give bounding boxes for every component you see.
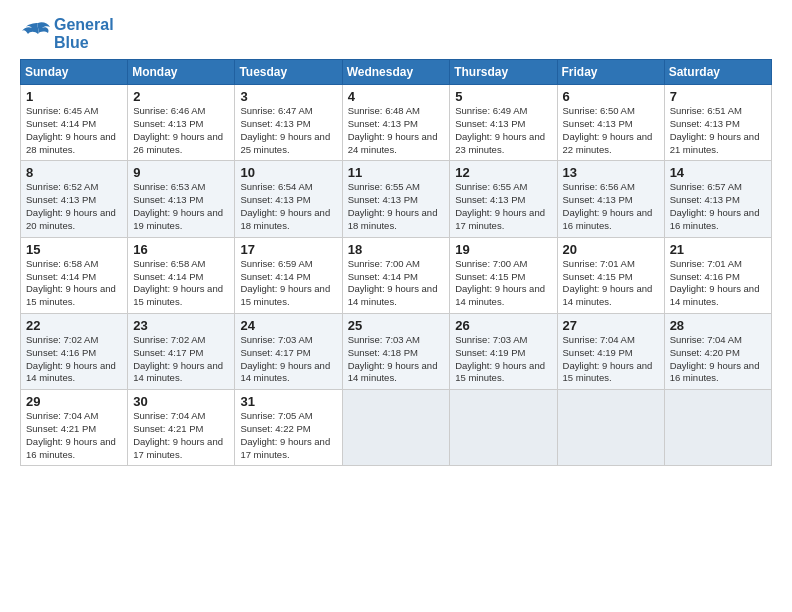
cell-info: Sunrise: 6:51 AMSunset: 4:13 PMDaylight:… (670, 105, 766, 156)
cell-info: Sunrise: 7:03 AMSunset: 4:17 PMDaylight:… (240, 334, 336, 385)
cell-info: Sunrise: 6:58 AMSunset: 4:14 PMDaylight:… (133, 258, 229, 309)
day-number: 7 (670, 89, 766, 104)
day-number: 26 (455, 318, 551, 333)
cell-info: Sunrise: 7:01 AMSunset: 4:15 PMDaylight:… (563, 258, 659, 309)
table-row: 12Sunrise: 6:55 AMSunset: 4:13 PMDayligh… (450, 161, 557, 237)
day-number: 11 (348, 165, 445, 180)
table-row: 24Sunrise: 7:03 AMSunset: 4:17 PMDayligh… (235, 313, 342, 389)
day-number: 22 (26, 318, 122, 333)
table-row: 20Sunrise: 7:01 AMSunset: 4:15 PMDayligh… (557, 237, 664, 313)
cell-info: Sunrise: 6:54 AMSunset: 4:13 PMDaylight:… (240, 181, 336, 232)
cell-info: Sunrise: 6:47 AMSunset: 4:13 PMDaylight:… (240, 105, 336, 156)
table-row: 11Sunrise: 6:55 AMSunset: 4:13 PMDayligh… (342, 161, 450, 237)
col-tuesday: Tuesday (235, 60, 342, 85)
day-number: 18 (348, 242, 445, 257)
table-row: 19Sunrise: 7:00 AMSunset: 4:15 PMDayligh… (450, 237, 557, 313)
cell-info: Sunrise: 6:55 AMSunset: 4:13 PMDaylight:… (348, 181, 445, 232)
day-number: 3 (240, 89, 336, 104)
cell-info: Sunrise: 7:04 AMSunset: 4:20 PMDaylight:… (670, 334, 766, 385)
cell-info: Sunrise: 6:48 AMSunset: 4:13 PMDaylight:… (348, 105, 445, 156)
calendar: Sunday Monday Tuesday Wednesday Thursday… (20, 59, 772, 466)
day-number: 23 (133, 318, 229, 333)
logo-general-text: General (54, 16, 114, 34)
table-row: 22Sunrise: 7:02 AMSunset: 4:16 PMDayligh… (21, 313, 128, 389)
col-saturday: Saturday (664, 60, 771, 85)
day-number: 17 (240, 242, 336, 257)
cell-info: Sunrise: 7:00 AMSunset: 4:15 PMDaylight:… (455, 258, 551, 309)
cell-info: Sunrise: 6:46 AMSunset: 4:13 PMDaylight:… (133, 105, 229, 156)
cell-info: Sunrise: 6:57 AMSunset: 4:13 PMDaylight:… (670, 181, 766, 232)
day-number: 29 (26, 394, 122, 409)
cell-info: Sunrise: 7:03 AMSunset: 4:19 PMDaylight:… (455, 334, 551, 385)
day-number: 27 (563, 318, 659, 333)
calendar-week-row: 8Sunrise: 6:52 AMSunset: 4:13 PMDaylight… (21, 161, 772, 237)
table-row: 10Sunrise: 6:54 AMSunset: 4:13 PMDayligh… (235, 161, 342, 237)
cell-info: Sunrise: 7:01 AMSunset: 4:16 PMDaylight:… (670, 258, 766, 309)
day-number: 21 (670, 242, 766, 257)
cell-info: Sunrise: 7:00 AMSunset: 4:14 PMDaylight:… (348, 258, 445, 309)
logo-bird-icon (20, 21, 52, 47)
calendar-week-row: 15Sunrise: 6:58 AMSunset: 4:14 PMDayligh… (21, 237, 772, 313)
cell-info: Sunrise: 7:03 AMSunset: 4:18 PMDaylight:… (348, 334, 445, 385)
table-row: 7Sunrise: 6:51 AMSunset: 4:13 PMDaylight… (664, 85, 771, 161)
day-number: 19 (455, 242, 551, 257)
day-number: 14 (670, 165, 766, 180)
day-number: 4 (348, 89, 445, 104)
table-row: 23Sunrise: 7:02 AMSunset: 4:17 PMDayligh… (128, 313, 235, 389)
header: General Blue (20, 16, 772, 51)
table-row (450, 390, 557, 466)
day-number: 1 (26, 89, 122, 104)
cell-info: Sunrise: 6:59 AMSunset: 4:14 PMDaylight:… (240, 258, 336, 309)
table-row: 1Sunrise: 6:45 AMSunset: 4:14 PMDaylight… (21, 85, 128, 161)
table-row: 13Sunrise: 6:56 AMSunset: 4:13 PMDayligh… (557, 161, 664, 237)
day-number: 28 (670, 318, 766, 333)
day-number: 31 (240, 394, 336, 409)
table-row (342, 390, 450, 466)
cell-info: Sunrise: 7:05 AMSunset: 4:22 PMDaylight:… (240, 410, 336, 461)
table-row: 9Sunrise: 6:53 AMSunset: 4:13 PMDaylight… (128, 161, 235, 237)
table-row: 28Sunrise: 7:04 AMSunset: 4:20 PMDayligh… (664, 313, 771, 389)
table-row: 16Sunrise: 6:58 AMSunset: 4:14 PMDayligh… (128, 237, 235, 313)
table-row: 14Sunrise: 6:57 AMSunset: 4:13 PMDayligh… (664, 161, 771, 237)
cell-info: Sunrise: 6:55 AMSunset: 4:13 PMDaylight:… (455, 181, 551, 232)
day-number: 9 (133, 165, 229, 180)
day-number: 8 (26, 165, 122, 180)
table-row: 18Sunrise: 7:00 AMSunset: 4:14 PMDayligh… (342, 237, 450, 313)
table-row: 29Sunrise: 7:04 AMSunset: 4:21 PMDayligh… (21, 390, 128, 466)
cell-info: Sunrise: 7:04 AMSunset: 4:19 PMDaylight:… (563, 334, 659, 385)
table-row: 6Sunrise: 6:50 AMSunset: 4:13 PMDaylight… (557, 85, 664, 161)
cell-info: Sunrise: 7:04 AMSunset: 4:21 PMDaylight:… (26, 410, 122, 461)
col-monday: Monday (128, 60, 235, 85)
calendar-week-row: 1Sunrise: 6:45 AMSunset: 4:14 PMDaylight… (21, 85, 772, 161)
day-number: 24 (240, 318, 336, 333)
table-row (557, 390, 664, 466)
page: General Blue Sunday Monday Tuesday Wedne… (0, 0, 792, 612)
day-number: 10 (240, 165, 336, 180)
table-row: 5Sunrise: 6:49 AMSunset: 4:13 PMDaylight… (450, 85, 557, 161)
table-row: 8Sunrise: 6:52 AMSunset: 4:13 PMDaylight… (21, 161, 128, 237)
table-row: 2Sunrise: 6:46 AMSunset: 4:13 PMDaylight… (128, 85, 235, 161)
cell-info: Sunrise: 6:56 AMSunset: 4:13 PMDaylight:… (563, 181, 659, 232)
day-number: 30 (133, 394, 229, 409)
calendar-week-row: 22Sunrise: 7:02 AMSunset: 4:16 PMDayligh… (21, 313, 772, 389)
table-row: 25Sunrise: 7:03 AMSunset: 4:18 PMDayligh… (342, 313, 450, 389)
day-number: 12 (455, 165, 551, 180)
col-friday: Friday (557, 60, 664, 85)
cell-info: Sunrise: 7:02 AMSunset: 4:17 PMDaylight:… (133, 334, 229, 385)
cell-info: Sunrise: 6:50 AMSunset: 4:13 PMDaylight:… (563, 105, 659, 156)
col-thursday: Thursday (450, 60, 557, 85)
cell-info: Sunrise: 6:52 AMSunset: 4:13 PMDaylight:… (26, 181, 122, 232)
day-number: 5 (455, 89, 551, 104)
logo: General Blue (20, 16, 114, 51)
table-row: 30Sunrise: 7:04 AMSunset: 4:21 PMDayligh… (128, 390, 235, 466)
cell-info: Sunrise: 6:45 AMSunset: 4:14 PMDaylight:… (26, 105, 122, 156)
cell-info: Sunrise: 6:58 AMSunset: 4:14 PMDaylight:… (26, 258, 122, 309)
cell-info: Sunrise: 7:02 AMSunset: 4:16 PMDaylight:… (26, 334, 122, 385)
calendar-header-row: Sunday Monday Tuesday Wednesday Thursday… (21, 60, 772, 85)
table-row (664, 390, 771, 466)
table-row: 17Sunrise: 6:59 AMSunset: 4:14 PMDayligh… (235, 237, 342, 313)
col-sunday: Sunday (21, 60, 128, 85)
table-row: 21Sunrise: 7:01 AMSunset: 4:16 PMDayligh… (664, 237, 771, 313)
col-wednesday: Wednesday (342, 60, 450, 85)
cell-info: Sunrise: 7:04 AMSunset: 4:21 PMDaylight:… (133, 410, 229, 461)
